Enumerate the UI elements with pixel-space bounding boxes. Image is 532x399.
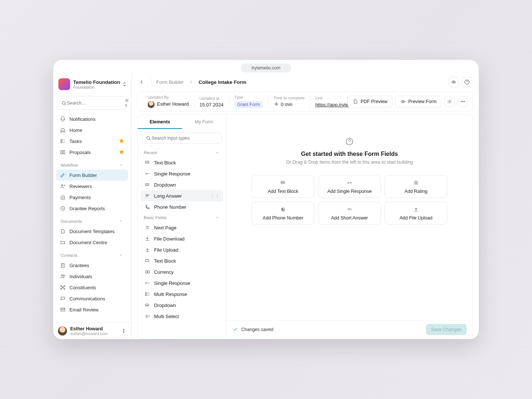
avatar <box>58 326 67 336</box>
sidebar-item-grantees[interactable]: Grantees <box>56 260 128 271</box>
tab-elements[interactable]: Elements <box>138 115 182 129</box>
canvas-subtitle: Or Drag & Drop items from the left to th… <box>286 160 413 165</box>
svg-rect-32 <box>146 259 149 262</box>
sidebar-search-input[interactable] <box>67 100 125 106</box>
svg-point-12 <box>64 286 65 287</box>
elem-single-response[interactable]: Single Response <box>141 168 223 179</box>
nav-label: Constituents <box>69 285 96 290</box>
card-label: Add Short Answer <box>331 215 368 221</box>
svg-rect-7 <box>61 263 64 267</box>
elements-search-input[interactable] <box>151 136 218 141</box>
meta-time: 0 min <box>273 102 304 108</box>
elem-dropdown-2[interactable]: Dropdown <box>141 300 223 311</box>
nav-label: Notifications <box>69 116 96 122</box>
dropdown-icon <box>144 302 150 308</box>
type-chip[interactable]: Grant Form <box>234 101 263 108</box>
user-footer[interactable]: Esther Howard esther@howard.com <box>53 323 131 339</box>
sidebar-item-notifications[interactable]: Notifications <box>56 113 128 125</box>
help-button[interactable] <box>462 77 472 87</box>
main: Form Builder College Intake Form Updated… <box>132 73 479 339</box>
pen-icon <box>60 172 66 178</box>
svg-point-42 <box>283 182 283 183</box>
chevron-updown-icon[interactable] <box>122 81 127 87</box>
group-title: Recent <box>144 150 157 155</box>
user-email: esther@howard.com <box>70 331 108 336</box>
sidebar-search[interactable]: ⌘ K <box>58 96 127 110</box>
svg-rect-37 <box>146 294 147 296</box>
section-contacts[interactable]: Contacts <box>56 248 128 260</box>
svg-point-16 <box>123 329 124 330</box>
elem-dropdown[interactable]: Dropdown <box>141 179 223 190</box>
elem-multi-response[interactable]: Multi Response <box>141 289 223 300</box>
elem-text-block-2[interactable]: Text Block <box>141 255 223 266</box>
sidebar-item-payments[interactable]: Payments <box>56 192 128 203</box>
group-basic[interactable]: Basic Fields <box>138 212 226 222</box>
svg-point-13 <box>61 289 62 290</box>
section-documents[interactable]: Documents <box>56 214 128 226</box>
svg-point-10 <box>62 287 64 288</box>
section-workflow[interactable]: Workflow <box>56 158 128 170</box>
elem-phone-number[interactable]: Phone Number <box>141 201 223 212</box>
elem-long-answer[interactable]: Long Answer⋮⋮ <box>141 190 223 201</box>
elem-file-download[interactable]: File Download <box>141 233 223 244</box>
sidebar-item-reviewers[interactable]: Reviewers <box>56 181 128 192</box>
more-vertical-icon[interactable] <box>121 328 127 334</box>
svg-point-18 <box>123 332 124 333</box>
elem-label: Dropdown <box>154 182 176 188</box>
nav-label: Document Templates <box>69 229 115 234</box>
breadcrumb-parent[interactable]: Form Builder <box>156 79 184 85</box>
tab-myform[interactable]: My Form <box>182 115 226 129</box>
sidebar-item-communications[interactable]: Communications <box>56 293 128 304</box>
elements-panel: Elements My Form Recent Text Block Singl… <box>138 115 226 339</box>
sidebar-item-proposals[interactable]: Proposals <box>56 147 128 158</box>
divider <box>151 78 152 86</box>
star-icon[interactable] <box>119 149 125 155</box>
sidebar-item-individuals[interactable]: Individuals <box>56 271 128 282</box>
settings-button[interactable] <box>444 96 455 107</box>
save-changes-button[interactable]: Save Changes <box>426 324 467 335</box>
svg-point-28 <box>147 136 150 139</box>
chevron-right-icon <box>188 79 194 85</box>
elem-currency[interactable]: Currency <box>141 266 223 277</box>
elem-single-response-2[interactable]: Single Response <box>141 277 223 289</box>
sidebar-item-home[interactable]: Home <box>56 125 128 136</box>
add-text-block[interactable]: Add Text Block <box>252 175 314 198</box>
add-short-answer[interactable]: Add Short Answer <box>318 202 381 225</box>
sidebar-item-doc-centre[interactable]: Document Centre <box>56 237 128 248</box>
star-icon[interactable] <box>119 138 125 144</box>
add-single-response[interactable]: Add Single Response <box>318 175 381 198</box>
sidebar-item-constituents[interactable]: Constituents <box>56 282 128 293</box>
elem-file-upload[interactable]: File Upload <box>141 244 223 255</box>
url-bar[interactable]: trytemelio.com <box>241 64 291 72</box>
elem-next-page[interactable]: Next Page <box>141 222 223 233</box>
org-switcher[interactable]: Temelio Foundation Foundation <box>53 76 131 94</box>
canvas-title: Get started with these Form Fields <box>286 151 413 157</box>
card-label: Add File Upload <box>400 215 433 221</box>
sidebar-item-tasks[interactable]: Tasks <box>56 136 128 147</box>
preview-form-button[interactable]: Preview Form <box>395 96 441 108</box>
card-label: Add Rating <box>405 189 427 194</box>
elem-multi-select[interactable]: Multi Select <box>141 311 223 322</box>
bell-icon <box>60 116 66 122</box>
add-phone-number[interactable]: Add Phone Number <box>252 202 314 225</box>
assist-button[interactable] <box>449 77 459 87</box>
elements-search[interactable] <box>142 133 222 144</box>
drag-handle-icon[interactable]: ⋮⋮ <box>210 193 219 199</box>
back-button[interactable] <box>137 77 147 87</box>
pdf-preview-button[interactable]: PDF Preview <box>348 96 392 108</box>
group-recent[interactable]: Recent <box>138 147 226 157</box>
more-button[interactable] <box>458 96 468 107</box>
form-canvas[interactable]: Get started with these Form Fields Or Dr… <box>226 115 473 320</box>
card-label: Add Text Block <box>268 189 298 194</box>
sidebar-item-doc-templates[interactable]: Document Templates <box>56 226 128 237</box>
svg-point-24 <box>449 101 450 102</box>
elem-text-block[interactable]: Text Block <box>141 157 223 168</box>
svg-rect-2 <box>61 141 62 143</box>
dropdown-icon <box>144 182 150 188</box>
sidebar-item-form-builder[interactable]: Form Builder <box>56 170 128 181</box>
sidebar-item-grantee-reports[interactable]: Grantee Reports <box>56 203 128 214</box>
sidebar-item-email-review[interactable]: Email Review <box>56 304 128 315</box>
user-name: Esther Howard <box>70 326 108 331</box>
add-rating[interactable]: Add Rating <box>385 175 447 198</box>
add-file-upload[interactable]: Add File Upload <box>385 202 447 225</box>
